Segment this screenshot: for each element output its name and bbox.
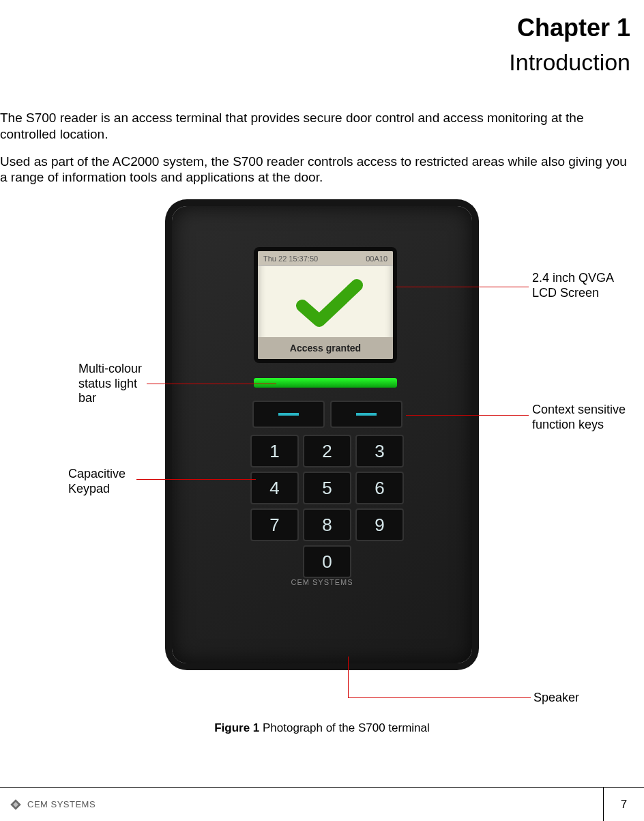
key-1: 1 — [250, 435, 299, 467]
checkmark-icon — [295, 278, 364, 330]
callout-status-bar: Multi-colour status light bar — [78, 362, 153, 406]
key-8: 8 — [303, 508, 351, 541]
key-0: 0 — [303, 545, 351, 578]
key-3: 3 — [355, 435, 404, 467]
callout-lcd: 2.4 inch QVGA LCD Screen — [532, 271, 634, 300]
callout-speaker: Speaker — [533, 691, 579, 706]
screen-message: Access granted — [258, 337, 393, 359]
function-key-left — [252, 401, 325, 428]
key-7: 7 — [250, 508, 299, 541]
key-4: 4 — [250, 472, 299, 504]
device-brand-label: CEM SYSTEMS — [172, 578, 472, 586]
figure-caption: Figure 1 Photograph of the S700 terminal — [0, 721, 644, 735]
figure-1: Thu 22 15:37:50 00A10 Access granted 1 2… — [0, 206, 644, 738]
intro-paragraph-1: The S700 reader is an access terminal th… — [0, 110, 630, 143]
device-screen-statusbar: Thu 22 15:37:50 00A10 — [258, 251, 393, 266]
page-footer: CEM SYSTEMS 7 — [0, 787, 644, 821]
key-9: 9 — [355, 508, 404, 541]
function-key-right — [330, 401, 402, 428]
key-5: 5 — [303, 472, 351, 504]
device-function-keys — [252, 401, 402, 428]
figure-label: Figure 1 — [214, 721, 259, 734]
chapter-title: Introduction — [0, 49, 630, 76]
screen-time: Thu 22 15:37:50 — [263, 255, 318, 263]
screen-code: 00A10 — [366, 255, 387, 263]
intro-paragraph-2: Used as part of the AC2000 system, the S… — [0, 154, 630, 186]
chapter-number: Chapter 1 — [0, 14, 630, 42]
key-6: 6 — [355, 472, 404, 504]
key-2: 2 — [303, 435, 351, 467]
device-lcd-screen: Thu 22 15:37:50 00A10 Access granted — [254, 247, 397, 363]
callout-function-keys: Context sensitive function keys — [532, 403, 628, 432]
device-keypad: 1 2 3 4 5 6 7 8 9 0 — [250, 435, 404, 578]
diamond-icon — [8, 797, 23, 812]
callout-keypad: Capacitive Keypad — [68, 467, 143, 496]
device-s700: Thu 22 15:37:50 00A10 Access granted 1 2… — [172, 206, 472, 663]
page-number: 7 — [603, 788, 644, 822]
footer-brand-text: CEM SYSTEMS — [27, 799, 96, 809]
footer-logo: CEM SYSTEMS — [8, 797, 96, 812]
device-status-light-bar — [254, 378, 397, 388]
figure-caption-text: Photograph of the S700 terminal — [263, 721, 430, 734]
